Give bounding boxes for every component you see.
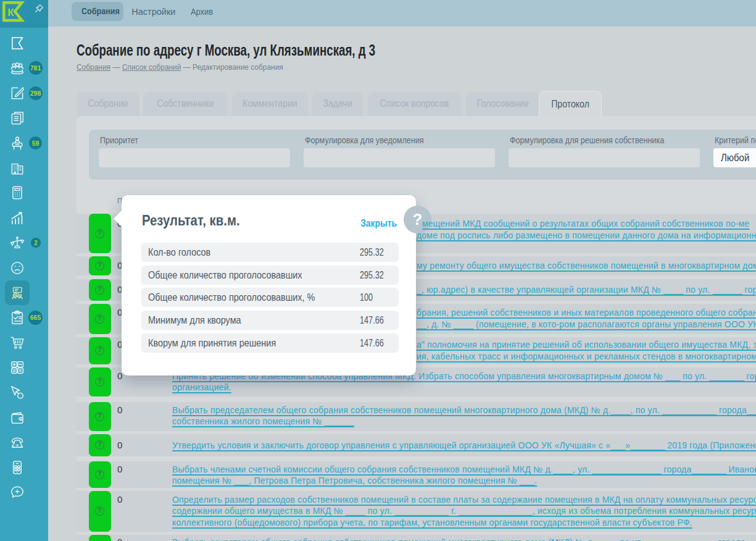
svg-text:К: К xyxy=(7,7,14,19)
